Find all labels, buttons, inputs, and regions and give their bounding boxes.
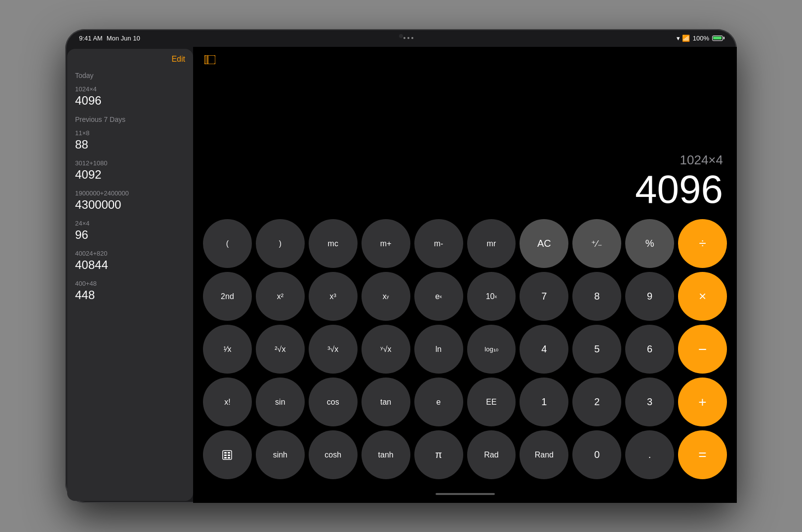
history-result: 4300000	[75, 198, 185, 212]
svg-rect-4	[224, 452, 227, 454]
x3-button[interactable]: x³	[309, 272, 358, 321]
status-right: ▾ 📶 100%	[677, 35, 723, 42]
divide-button[interactable]: ÷	[678, 219, 727, 268]
history-expression: 3012+1080	[75, 159, 185, 167]
history-result: 40844	[75, 258, 185, 272]
battery-percent: 100%	[693, 35, 709, 42]
minus-button[interactable]: −	[678, 325, 727, 374]
rad-button[interactable]: Rad	[467, 430, 516, 479]
sqrt2-button[interactable]: ²√x	[256, 325, 305, 374]
xy-button[interactable]: xy	[361, 272, 410, 321]
3-button[interactable]: 3	[625, 378, 674, 426]
section-today: Today	[75, 68, 185, 81]
history-result: 96	[75, 228, 185, 242]
2nd-button[interactable]: 2nd	[203, 272, 252, 321]
cos-button[interactable]: cos	[309, 378, 358, 426]
close-paren-button[interactable]: )	[256, 219, 305, 268]
history-sidebar: Edit Today 1024×4 4096 Previous 7 Days 1…	[67, 49, 193, 501]
10x-button[interactable]: 10x	[467, 272, 516, 321]
calc-result: 4096	[635, 170, 723, 209]
x2-button[interactable]: x²	[256, 272, 305, 321]
decimal-button[interactable]: .	[625, 430, 674, 479]
status-left: 9:41 AM Mon Jun 10	[79, 35, 140, 42]
6-button[interactable]: 6	[625, 325, 674, 374]
history-result: 448	[75, 288, 185, 302]
ac-button[interactable]: AC	[520, 219, 568, 268]
multiply-button[interactable]: ×	[678, 272, 727, 321]
8-button[interactable]: 8	[572, 272, 621, 321]
calc-expression: 1024×4	[680, 152, 723, 168]
dot-1	[403, 37, 405, 39]
sign-button[interactable]: ⁺∕₋	[572, 219, 621, 268]
sqrt3-button[interactable]: ³√x	[309, 325, 358, 374]
mc-button[interactable]: mc	[309, 219, 358, 268]
pi-button[interactable]: π	[414, 430, 463, 479]
ex-button[interactable]: ex	[414, 272, 463, 321]
history-result: 88	[75, 138, 185, 152]
2-button[interactable]: 2	[572, 378, 621, 426]
status-center	[403, 37, 413, 39]
tanh-button[interactable]: tanh	[361, 430, 410, 479]
percent-button[interactable]: %	[625, 219, 674, 268]
ipad-content: Edit Today 1024×4 4096 Previous 7 Days 1…	[65, 47, 737, 503]
history-item[interactable]: 400+48 448	[75, 276, 185, 306]
history-expression: 11×8	[75, 129, 185, 137]
svg-rect-6	[224, 455, 227, 456]
history-item[interactable]: 24×4 96	[75, 216, 185, 246]
svg-rect-7	[228, 455, 230, 456]
history-result: 4096	[75, 94, 185, 108]
mr-button[interactable]: mr	[467, 219, 516, 268]
sin-button[interactable]: sin	[256, 378, 305, 426]
history-item[interactable]: 11×8 88	[75, 125, 185, 155]
battery-icon	[712, 36, 723, 41]
history-item[interactable]: 1900000+2400000 4300000	[75, 186, 185, 216]
ln-button[interactable]: ln	[414, 325, 463, 374]
edit-button[interactable]: Edit	[171, 55, 185, 64]
tan-button[interactable]: tan	[361, 378, 410, 426]
sidebar-toggle-button[interactable]	[201, 53, 219, 67]
history-expression: 24×4	[75, 220, 185, 227]
dot-3	[411, 37, 413, 39]
calculator-icon	[222, 450, 232, 460]
history-item[interactable]: 40024+820 40844	[75, 246, 185, 276]
svg-rect-5	[228, 452, 230, 454]
sinh-button[interactable]: sinh	[256, 430, 305, 479]
1-button[interactable]: 1	[520, 378, 568, 426]
history-list: Today 1024×4 4096 Previous 7 Days 11×8 8…	[67, 68, 193, 501]
log10-button[interactable]: log₁₀	[467, 325, 516, 374]
factorial-button[interactable]: x!	[203, 378, 252, 426]
wifi-icon: ▾ 📶	[677, 35, 690, 42]
svg-rect-1	[204, 55, 208, 64]
sidebar-toggle-icon	[204, 55, 215, 64]
inv-button[interactable]: ¹∕x	[203, 325, 252, 374]
7-button[interactable]: 7	[520, 272, 568, 321]
history-result: 4092	[75, 168, 185, 182]
dot-2	[407, 37, 409, 39]
sqrty-button[interactable]: ʸ√x	[361, 325, 410, 374]
history-item[interactable]: 1024×4 4096	[75, 81, 185, 112]
m-plus-button[interactable]: m+	[361, 219, 410, 268]
open-paren-button[interactable]: (	[203, 219, 252, 268]
EE-button[interactable]: EE	[467, 378, 516, 426]
9-button[interactable]: 9	[625, 272, 674, 321]
rand-button[interactable]: Rand	[520, 430, 568, 479]
date-display: Mon Jun 10	[107, 35, 140, 42]
history-item[interactable]: 3012+1080 4092	[75, 155, 185, 186]
home-bar	[436, 493, 495, 495]
m-minus-button[interactable]: m-	[414, 219, 463, 268]
history-expression: 1900000+2400000	[75, 190, 185, 197]
sidebar-header: Edit	[67, 49, 193, 68]
history-expression: 400+48	[75, 280, 185, 287]
section-previous: Previous 7 Days	[75, 112, 185, 125]
equals-button[interactable]: =	[678, 430, 727, 479]
5-button[interactable]: 5	[572, 325, 621, 374]
battery-body	[712, 36, 723, 41]
svg-rect-9	[228, 457, 230, 458]
4-button[interactable]: 4	[520, 325, 568, 374]
plus-button[interactable]: +	[678, 378, 727, 426]
history-expression: 1024×4	[75, 85, 185, 93]
e-button[interactable]: e	[414, 378, 463, 426]
cosh-button[interactable]: cosh	[309, 430, 358, 479]
calc-icon-button[interactable]	[203, 430, 252, 479]
0-button[interactable]: 0	[572, 430, 621, 479]
